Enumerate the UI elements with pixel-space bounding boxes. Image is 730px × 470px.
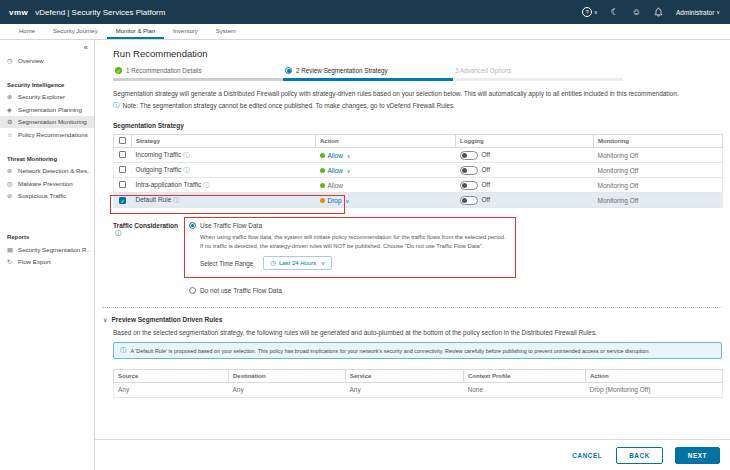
sidebar-item-segmentation-monitoring[interactable]: ⚙ Segmentation Monitoring [0, 116, 94, 129]
step-advanced-options: 3 Advanced Options [453, 64, 623, 81]
info-icon[interactable]: ⓘ [203, 181, 209, 188]
back-button[interactable]: BACK [616, 447, 663, 464]
sidebar-item-label: Flow Export [18, 258, 51, 265]
tab-security-journey[interactable]: Security Journey [44, 24, 107, 39]
feedback-icon[interactable]: ☺ [632, 8, 641, 17]
notifications-bell-icon[interactable] [654, 7, 663, 17]
info-icon[interactable]: ⓘ [115, 229, 121, 236]
strategy-name: Incoming Traffic [136, 151, 182, 158]
sidebar-item-security-segmentation-report[interactable]: ▤ Security Segmentation R.. [0, 243, 94, 256]
gear-icon: ⚙ [7, 118, 15, 125]
traffic-flow-description: When using traffic flow data, the system… [200, 233, 506, 250]
col-action: Action [316, 135, 456, 148]
allow-status-dot [320, 183, 325, 188]
sidebar-item-security-explorer[interactable]: ⊕ Security Explorer [0, 91, 94, 104]
sidebar-item-label: Segmentation Monitoring [18, 118, 87, 125]
logging-toggle[interactable] [460, 166, 478, 175]
logging-toggle[interactable] [460, 151, 478, 160]
row-checkbox[interactable] [119, 181, 126, 188]
help-menu[interactable]: ? ∨ [582, 7, 598, 17]
row-checkbox-checked[interactable]: ✓ [119, 197, 126, 204]
preview-description: Based on the selected segmentation strat… [113, 329, 722, 336]
action-dropdown[interactable]: Allow ∨ [328, 167, 351, 174]
step-recommendation-details[interactable]: ✓ 1 Recommendation Details [113, 64, 283, 81]
note-text: Note: The segmentation strategy cannot b… [123, 102, 456, 109]
malware-icon: ◎ [7, 180, 15, 187]
wizard-footer: CANCEL BACK NEXT [95, 439, 730, 470]
radio-label: Use Traffic Flow Data [200, 222, 262, 229]
cell-context-profile: None [464, 382, 586, 397]
dotted-divider [102, 307, 722, 308]
preview-section-header[interactable]: ∨ Preview Segmentation Driven Rules [103, 316, 722, 323]
action-dropdown[interactable]: Allow ∨ [328, 152, 351, 159]
allow-status-dot [320, 168, 325, 173]
tab-home[interactable]: Home [10, 24, 44, 39]
sidebar-item-malware-prevention[interactable]: ◎ Malware Prevention [0, 177, 94, 190]
cell-action: Drop (Monitoring Off) [586, 382, 723, 397]
row-checkbox[interactable] [119, 151, 126, 158]
sidebar-section-reports: Reports [0, 234, 94, 243]
radio-use-traffic-flow-data[interactable]: Use Traffic Flow Data [189, 222, 506, 229]
action-dropdown[interactable]: Drop ∨ [328, 197, 350, 204]
step-review-segmentation-strategy[interactable]: 2 Review Segmentation Strategy [283, 64, 453, 81]
tab-monitor-and-plan[interactable]: Monitor & Plan [107, 24, 164, 39]
sidebar-item-label: Network Detection & Res.. [18, 167, 91, 174]
recommendations-icon: ☆ [7, 131, 15, 138]
info-icon[interactable]: ⓘ [183, 166, 189, 173]
sidebar-item-overview[interactable]: ◷ Overview [0, 54, 94, 67]
top-header: vmw vDefend | Security Services Platform… [0, 0, 730, 24]
chevron-down-icon: ∨ [594, 10, 598, 15]
default-rule-info-alert: ⓘ A 'Default Rule' is proposed based on … [113, 342, 722, 359]
strategy-name: Intra-application Traffic [136, 181, 202, 188]
wizard-stepper: ✓ 1 Recommendation Details 2 Review Segm… [113, 64, 722, 81]
col-monitoring: Monitoring [594, 135, 723, 148]
clock-icon: ◷ [270, 259, 276, 267]
sidebar-item-suspicious-traffic[interactable]: ⊘ Suspicious Traffic [0, 190, 94, 203]
select-all-checkbox[interactable] [119, 137, 126, 144]
cell-destination: Any [229, 382, 346, 397]
time-range-dropdown[interactable]: ◷ Last 24 Hours ∨ [263, 256, 332, 270]
logging-toggle[interactable] [460, 196, 478, 205]
sidebar-item-flow-export[interactable]: ↻ Flow Export [0, 256, 94, 269]
row-checkbox[interactable] [119, 166, 126, 173]
logging-toggle[interactable] [460, 181, 478, 190]
chevron-down-icon: ∨ [347, 153, 351, 159]
sidebar-section-threat-monitoring: Threat Monitoring [0, 156, 94, 165]
network-detection-icon: ⊚ [7, 167, 15, 174]
tab-system[interactable]: System [207, 24, 245, 39]
col-source: Source [114, 369, 229, 382]
dark-mode-icon[interactable]: ☾ [611, 8, 619, 17]
toggle-state: Off [482, 151, 491, 158]
traffic-options: Use Traffic Flow Data When using traffic… [187, 217, 516, 294]
step-label: 2 Review Segmentation Strategy [296, 67, 388, 74]
info-icon[interactable]: ⓘ [183, 151, 189, 158]
sidebar-collapse-icon[interactable]: « [84, 43, 88, 52]
next-button[interactable]: NEXT [675, 447, 720, 464]
cancel-button[interactable]: CANCEL [570, 448, 604, 463]
suspicious-traffic-icon: ⊘ [7, 192, 15, 199]
sidebar-item-policy-recommendations[interactable]: ☆ Policy Recommendations [0, 128, 94, 141]
monitoring-status: Monitoring Off [598, 182, 639, 189]
report-icon: ▤ [7, 246, 15, 253]
sidebar-item-network-detection[interactable]: ⊚ Network Detection & Res.. [0, 165, 94, 178]
alert-text: A 'Default Rule' is proposed based on yo… [131, 348, 650, 354]
traffic-consideration-section: Traffic Consideration ⓘ Use Traffic Flow… [113, 217, 722, 294]
strategy-table: Strategy Action Logging Monitoring Incom… [113, 134, 723, 208]
radio-do-not-use-traffic-flow-data[interactable]: Do not use Traffic Flow Data [189, 287, 516, 294]
help-icon: ? [582, 7, 592, 17]
cell-service: Any [346, 382, 464, 397]
planning-icon: ◈ [7, 106, 15, 113]
sidebar-item-label: Policy Recommendations [18, 131, 88, 138]
sidebar-item-segmentation-planning[interactable]: ◈ Segmentation Planning [0, 103, 94, 116]
user-name: Administrator [676, 9, 714, 16]
user-menu[interactable]: Administrator ∨ [676, 9, 720, 16]
preview-rules-table-wrap: Source Destination Service Context Profi… [113, 369, 722, 398]
chevron-down-icon: ∨ [321, 260, 325, 266]
sidebar-item-label: Segmentation Planning [18, 106, 82, 113]
col-context-profile: Context Profile [464, 369, 586, 382]
action-static: Allow [328, 182, 344, 189]
tab-inventory[interactable]: Inventory [164, 24, 207, 39]
sidebar-item-label: Security Segmentation R.. [18, 246, 90, 253]
sidebar-item-label: Security Explorer [18, 93, 65, 100]
info-icon[interactable]: ⓘ [173, 196, 179, 203]
